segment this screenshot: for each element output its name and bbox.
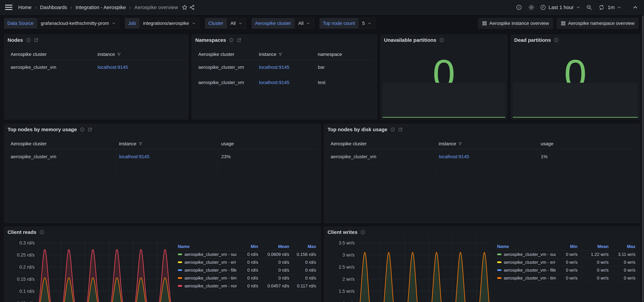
dashboard-info-icon[interactable] xyxy=(515,4,522,11)
legend-series-toggle[interactable]: aerospike_cluster_vm - timeout xyxy=(497,276,556,281)
breadcrumb-folder[interactable]: Integration - Aerospike xyxy=(76,4,126,10)
panel-title[interactable]: Dead partitions xyxy=(514,37,551,43)
info-icon[interactable] xyxy=(26,38,31,42)
panel-title[interactable]: Top nodes by disk usage xyxy=(328,127,387,132)
table-cell[interactable]: localhost:9145 xyxy=(94,60,185,75)
legend-min: 0 wr/s xyxy=(556,260,578,265)
info-icon[interactable] xyxy=(229,38,234,42)
table-cell[interactable]: localhost:9145 xyxy=(116,149,218,164)
nodes-table: Aerospike clusterinstanceaerospike_clust… xyxy=(8,49,185,90)
breadcrumb-dashboards[interactable]: Dashboards xyxy=(40,4,67,10)
external-link-icon[interactable] xyxy=(237,38,242,42)
top-disk-table: Aerospike clusterinstanceusageaerospike_… xyxy=(328,138,636,179)
panel-title[interactable]: Top nodes by memory usage xyxy=(8,127,77,132)
table-row: aerospike_cluster_vmlocalhost:9145bar xyxy=(195,60,374,75)
filter-funnel-icon[interactable] xyxy=(138,142,142,146)
legend-col-name[interactable]: Name xyxy=(497,244,556,249)
legend-col-max[interactable]: Max xyxy=(608,244,636,249)
info-icon[interactable] xyxy=(80,127,84,132)
legend-series-toggle[interactable]: aerospike_cluster_vm - error xyxy=(178,260,236,265)
share-icon[interactable] xyxy=(188,4,196,11)
legend-col-max[interactable]: Max xyxy=(289,244,316,249)
external-link-icon[interactable] xyxy=(34,38,38,42)
legend-row: aerospike_cluster_vm - timeout0 rd/s0 rd… xyxy=(178,274,316,282)
plot-area[interactable] xyxy=(37,236,173,302)
external-link-icon[interactable] xyxy=(88,127,92,132)
time-range-picker[interactable]: Last 1 hour xyxy=(540,4,580,10)
legend-col-min[interactable]: Min xyxy=(236,244,258,249)
breadcrumb-home[interactable]: Home xyxy=(18,4,32,10)
legend-mean: 0 rd/s xyxy=(258,276,289,281)
chevron-down-icon xyxy=(368,21,372,25)
column-header[interactable]: Aerospike cluster xyxy=(8,52,94,57)
time-series-svg xyxy=(357,236,492,302)
star-icon[interactable] xyxy=(181,4,188,11)
legend-col-mean[interactable]: Mean xyxy=(578,244,608,249)
panel-title[interactable]: Nodes xyxy=(8,37,23,43)
table-cell[interactable]: localhost:9145 xyxy=(436,149,538,164)
settings-gear-icon[interactable] xyxy=(528,4,535,11)
y-axis-tick-label: 2 wr/s xyxy=(342,277,354,282)
legend-col-name[interactable]: Name xyxy=(178,244,236,249)
panel-title[interactable]: Namespaces xyxy=(195,37,226,43)
panel-title[interactable]: Client reads xyxy=(8,229,36,235)
column-header[interactable]: Aerospike cluster xyxy=(8,141,116,146)
info-icon[interactable] xyxy=(439,38,444,42)
var-aerospike-cluster-value[interactable]: All xyxy=(295,18,314,29)
legend-min: 0 wr/s xyxy=(556,276,578,281)
legend-row: aerospike_cluster_vm - filtered0 rd/s0 r… xyxy=(178,266,316,274)
column-header[interactable]: instance xyxy=(94,52,185,57)
table-cell: aerospike_cluster_vm xyxy=(195,75,256,90)
column-header[interactable]: namespace xyxy=(315,52,374,57)
y-axis-tick-label: 0.2 rd/s xyxy=(20,265,34,270)
chevron-right-icon: › xyxy=(129,4,131,10)
filter-funnel-icon[interactable] xyxy=(458,142,462,146)
refresh-interval-label[interactable]: 1m xyxy=(608,4,614,10)
info-icon[interactable] xyxy=(40,230,44,235)
legend-series-toggle[interactable]: aerospike_cluster_vm - filtered xyxy=(178,268,236,273)
info-icon[interactable] xyxy=(360,230,365,235)
legend-col-mean[interactable]: Mean xyxy=(258,244,289,249)
legend-series-toggle[interactable]: aerospike_cluster_vm - success xyxy=(497,252,556,257)
table-cell[interactable]: localhost:9145 xyxy=(256,60,314,75)
legend-series-toggle[interactable]: aerospike_cluster_vm - success xyxy=(178,252,236,257)
table-row: aerospike_cluster_vmlocalhost:9145test xyxy=(195,75,374,90)
panel-title[interactable]: Unavailable partitions xyxy=(384,37,436,43)
dashboard-controls: Data Source grafanacloud-keithschmitty-p… xyxy=(4,17,638,29)
column-header[interactable]: instance xyxy=(436,141,538,146)
plot-area[interactable] xyxy=(357,236,492,302)
refresh-icon[interactable] xyxy=(598,4,605,11)
info-icon[interactable] xyxy=(554,38,558,42)
zoom-out-icon[interactable] xyxy=(586,4,593,11)
scrollbar-thumb[interactable] xyxy=(642,15,644,302)
kiosk-chevron-up-icon[interactable] xyxy=(632,4,639,11)
column-header[interactable]: instance xyxy=(116,141,218,146)
var-job-value[interactable]: integrations/aerospike xyxy=(140,18,199,29)
legend-series-toggle[interactable]: aerospike_cluster_vm - filtered xyxy=(497,268,556,273)
table-cell[interactable]: localhost:9145 xyxy=(256,75,314,90)
column-header[interactable]: instance xyxy=(256,52,314,57)
external-link-icon[interactable] xyxy=(398,127,403,132)
column-header[interactable]: Aerospike cluster xyxy=(328,141,436,146)
legend-series-toggle[interactable]: aerospike_cluster_vm - not found xyxy=(178,283,236,289)
top-nav-bar: Home › Dashboards › Integration - Aerosp… xyxy=(0,0,644,15)
column-header[interactable]: Aerospike cluster xyxy=(195,52,256,57)
panel-client-writes: Client writes 3.5 wr/s3 wr/s2.5 wr/s2 wr… xyxy=(324,227,640,302)
legend-series-toggle[interactable]: aerospike_cluster_vm - timeout xyxy=(178,276,236,281)
var-data-source-value[interactable]: grafanacloud-keithschmitty-prom xyxy=(37,18,119,29)
menu-icon[interactable] xyxy=(5,4,12,11)
legend-col-min[interactable]: Min xyxy=(556,244,578,249)
column-header[interactable]: usage xyxy=(218,141,317,146)
column-header[interactable]: usage xyxy=(538,141,636,146)
filter-funnel-icon[interactable] xyxy=(278,52,282,56)
var-top-node-count-value[interactable]: 5 xyxy=(358,18,375,29)
page-scrollbar[interactable] xyxy=(642,15,644,302)
info-icon[interactable] xyxy=(390,127,395,132)
var-cluster-value[interactable]: All xyxy=(227,18,246,29)
legend-series-toggle[interactable]: aerospike_cluster_vm - error xyxy=(497,260,556,265)
aerospike-namespace-overview-button[interactable]: Aerospike namespace overview xyxy=(557,18,638,29)
aerospike-instance-overview-button[interactable]: Aerospike instance overview xyxy=(478,18,553,29)
filter-funnel-icon[interactable] xyxy=(117,52,121,56)
panel-title[interactable]: Client writes xyxy=(328,229,358,235)
panel-namespaces: Namespaces Aerospike clusterinstancename… xyxy=(192,34,377,119)
